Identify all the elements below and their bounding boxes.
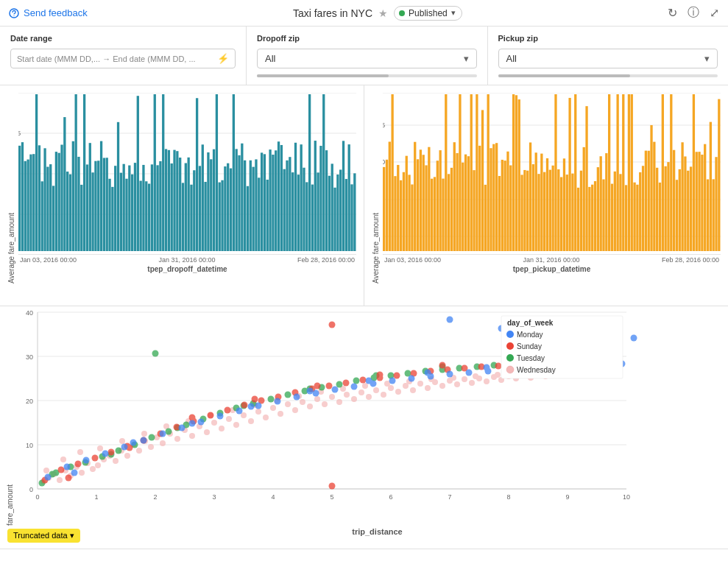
truncated-data-label: Truncated data ▾	[13, 531, 74, 540]
svg-rect-95	[255, 159, 257, 251]
svg-rect-67	[176, 151, 178, 251]
dropoff-zip-select[interactable]: All ▾	[257, 49, 477, 68]
svg-point-522	[248, 403, 255, 410]
svg-point-294	[90, 466, 96, 472]
charts-top-row: Average fare_amount 0 10 20 25	[0, 85, 728, 306]
feedback-icon	[9, 8, 19, 18]
svg-point-498	[313, 390, 319, 397]
svg-rect-217	[594, 181, 596, 251]
svg-rect-160	[434, 177, 436, 251]
svg-rect-40	[100, 141, 102, 251]
svg-point-411	[285, 392, 291, 398]
svg-text:3: 3	[212, 493, 216, 501]
svg-text:35: 35	[383, 121, 385, 129]
svg-point-295	[95, 462, 101, 468]
svg-rect-21	[46, 167, 49, 251]
svg-rect-164	[445, 94, 447, 251]
svg-point-414	[336, 381, 343, 388]
svg-point-401	[116, 448, 122, 454]
svg-point-306	[160, 440, 166, 446]
svg-rect-120	[325, 150, 328, 251]
published-badge[interactable]: Published ▾	[394, 6, 462, 21]
svg-text:2: 2	[153, 493, 157, 501]
svg-point-346	[454, 381, 460, 387]
svg-rect-30	[72, 141, 74, 251]
svg-point-330	[336, 399, 342, 405]
svg-point-502	[389, 378, 396, 384]
svg-rect-75	[199, 166, 201, 251]
svg-rect-247	[679, 169, 681, 251]
svg-rect-56	[145, 181, 147, 251]
svg-rect-45	[114, 166, 116, 251]
svg-rect-192	[523, 170, 526, 251]
truncated-data-badge[interactable]: Truncated data ▾	[7, 529, 80, 543]
svg-rect-197	[537, 174, 540, 251]
refresh-icon[interactable]: ↻	[668, 6, 677, 20]
svg-rect-100	[269, 149, 271, 251]
svg-rect-149	[403, 172, 405, 251]
svg-point-492	[198, 419, 205, 426]
feedback-label: Send feedback	[24, 7, 88, 18]
svg-rect-51	[131, 175, 133, 251]
svg-point-314	[219, 426, 225, 431]
svg-rect-258	[710, 122, 712, 251]
chart2-x-ticks: Jan 03, 2016 00:00 Jan 31, 2016 00:00 Fe…	[383, 256, 721, 264]
svg-point-523	[307, 388, 314, 395]
svg-rect-159	[431, 179, 433, 251]
svg-rect-41	[103, 158, 105, 251]
svg-point-370	[60, 457, 66, 462]
chart1-y-label: Average fare_amount	[7, 213, 15, 283]
svg-rect-202	[552, 166, 554, 251]
svg-text:0: 0	[29, 486, 33, 493]
svg-rect-184	[501, 160, 503, 251]
svg-rect-54	[139, 181, 141, 251]
svg-rect-48	[123, 164, 125, 251]
svg-rect-82	[219, 183, 221, 251]
svg-rect-42	[106, 158, 108, 251]
svg-point-536	[506, 366, 514, 373]
svg-point-304	[148, 444, 154, 450]
chart2-y-label: Average fare_amount	[372, 213, 380, 283]
svg-rect-230	[631, 94, 633, 251]
svg-rect-158	[428, 147, 430, 251]
svg-rect-105	[283, 169, 286, 251]
date-range-input[interactable]: Start date (MMM DD,... → End date (MMM D…	[10, 49, 236, 68]
svg-rect-90	[241, 144, 243, 251]
svg-text:5: 5	[330, 493, 333, 501]
page-title: Taxi fares in NYC	[293, 7, 372, 19]
dropoff-zip-value: All	[265, 53, 275, 64]
svg-point-479	[252, 396, 258, 403]
svg-rect-23	[52, 186, 54, 251]
svg-rect-222	[608, 94, 610, 251]
pickup-zip-scrollbar[interactable]	[498, 74, 718, 77]
svg-rect-72	[190, 185, 192, 251]
svg-rect-38	[94, 161, 96, 251]
dropoff-zip-scrollbar[interactable]	[257, 74, 477, 77]
svg-rect-212	[580, 171, 582, 251]
svg-rect-179	[487, 94, 490, 251]
pickup-chart: Average fare_amount 0 10 20 30 35	[364, 85, 728, 306]
svg-rect-81	[216, 94, 218, 251]
svg-point-371	[77, 449, 83, 455]
svg-rect-246	[676, 180, 678, 251]
svg-point-288	[57, 477, 63, 483]
feedback-link[interactable]: Send feedback	[9, 7, 88, 18]
legend-title: day_of_week	[507, 319, 554, 327]
star-icon[interactable]: ★	[378, 7, 388, 19]
lightning-icon[interactable]: ⚡	[217, 53, 229, 64]
expand-icon[interactable]: ⤢	[710, 6, 719, 20]
svg-text:6: 6	[389, 493, 392, 501]
svg-rect-84	[224, 166, 226, 251]
svg-text:0: 0	[18, 251, 19, 255]
svg-rect-254	[698, 152, 700, 251]
svg-point-532	[506, 342, 514, 350]
svg-rect-112	[303, 168, 305, 251]
info-icon[interactable]: ⓘ	[688, 5, 699, 21]
svg-point-347	[462, 376, 467, 382]
svg-rect-147	[397, 165, 399, 251]
svg-text:40: 40	[26, 309, 33, 317]
svg-point-499	[332, 387, 339, 393]
svg-point-494	[236, 408, 243, 415]
pickup-zip-select[interactable]: All ▾	[498, 49, 718, 68]
svg-rect-129	[350, 184, 353, 251]
